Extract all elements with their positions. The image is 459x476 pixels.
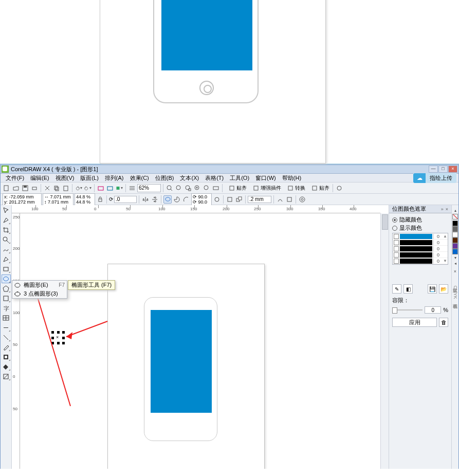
menu-text[interactable]: 文本(X) bbox=[177, 174, 202, 182]
welcome-icon[interactable] bbox=[128, 184, 136, 192]
open-icon[interactable] bbox=[12, 184, 20, 192]
import-icon[interactable] bbox=[97, 184, 105, 192]
open-mask-icon[interactable]: 📂 bbox=[439, 284, 448, 294]
cloud-upload-widget[interactable]: ☁ 指绘上传 bbox=[413, 173, 456, 183]
crop-tool[interactable] bbox=[2, 226, 11, 234]
ellipse-mode[interactable] bbox=[163, 195, 172, 204]
print-icon[interactable] bbox=[30, 184, 39, 192]
outline-width[interactable] bbox=[248, 196, 271, 203]
delete-mask-icon[interactable]: 🗑 bbox=[439, 318, 448, 327]
arc-angles[interactable]: ⟳ 90.0 ⟳ 90.0 bbox=[191, 193, 212, 206]
docker-collapse-icon[interactable]: » bbox=[441, 207, 444, 212]
target-icon[interactable] bbox=[298, 195, 306, 204]
zoom-page-icon[interactable] bbox=[203, 184, 211, 192]
palette-expand[interactable]: ◂ bbox=[454, 261, 456, 266]
vertical-scrollbar[interactable] bbox=[380, 213, 389, 469]
menu-window[interactable]: 窗口(W) bbox=[252, 174, 279, 182]
color-swatch[interactable] bbox=[452, 232, 458, 237]
menu-view[interactable]: 视图(V) bbox=[52, 174, 78, 182]
arc-mode[interactable] bbox=[182, 195, 190, 204]
show-color-radio[interactable]: 显示颜色 bbox=[392, 224, 448, 232]
basic-shapes-tool[interactable] bbox=[2, 294, 11, 303]
snap-group[interactable]: 贴齐 bbox=[228, 184, 248, 192]
menu-file[interactable]: 文件(F) bbox=[3, 174, 27, 182]
mirror-h-icon[interactable] bbox=[141, 195, 150, 204]
lock-ratio-icon[interactable] bbox=[96, 195, 104, 204]
zoom-width-icon[interactable] bbox=[212, 184, 220, 192]
hide-color-radio[interactable]: 隐藏颜色 bbox=[392, 216, 448, 224]
menu-edit[interactable]: 编辑(E) bbox=[27, 174, 52, 182]
save-mask-icon[interactable]: 💾 bbox=[428, 284, 437, 294]
tolerance-slider[interactable] bbox=[392, 307, 423, 313]
docker-tab[interactable]: 位图颜色遮罩 » × bbox=[389, 205, 451, 213]
paste-icon[interactable] bbox=[62, 184, 70, 192]
eyedropper-tool[interactable] bbox=[2, 343, 11, 352]
palette-scroll-up[interactable]: ▴ bbox=[454, 208, 456, 213]
outline-tool[interactable] bbox=[2, 353, 11, 361]
plugin-group[interactable]: 增强插件 bbox=[252, 184, 282, 192]
menu-layout[interactable]: 版面(L) bbox=[77, 174, 101, 182]
pick-tool[interactable] bbox=[2, 206, 11, 215]
no-fill-swatch[interactable] bbox=[452, 214, 458, 219]
object-scale[interactable]: 44.8 % 44.8 % bbox=[75, 193, 95, 206]
pie-mode[interactable] bbox=[173, 195, 181, 204]
fill-tool[interactable] bbox=[2, 362, 11, 371]
menu-tools[interactable]: 工具(O) bbox=[227, 174, 252, 182]
menu-arrange[interactable]: 排列(A) bbox=[102, 174, 127, 182]
options-icon[interactable] bbox=[335, 184, 343, 192]
menu-effects[interactable]: 效果(C) bbox=[127, 174, 152, 182]
cut-icon[interactable] bbox=[43, 184, 51, 192]
align-group[interactable]: 贴齐 bbox=[310, 184, 331, 192]
interactive-tool[interactable] bbox=[2, 333, 11, 342]
flyout-item-ellipse[interactable]: 椭圆形(E) F7 bbox=[12, 281, 67, 289]
new-icon[interactable] bbox=[3, 184, 11, 192]
apply-button[interactable]: 应用 bbox=[392, 318, 437, 327]
color-swatch[interactable] bbox=[452, 226, 458, 232]
copy-icon[interactable] bbox=[52, 184, 61, 192]
tolerance-value[interactable] bbox=[425, 306, 441, 314]
mirror-v-icon[interactable] bbox=[151, 195, 159, 204]
break-apart-icon[interactable] bbox=[285, 195, 293, 204]
rotation-value[interactable] bbox=[114, 196, 137, 203]
palette-scroll-down[interactable]: ▾ bbox=[454, 255, 456, 260]
object-size[interactable]: ↔ 7.071 mm ↕ 7.071 mm bbox=[43, 193, 74, 206]
color-swatch[interactable] bbox=[452, 249, 458, 254]
menu-bitmap[interactable]: 位图(B) bbox=[152, 174, 177, 182]
undo-button[interactable] bbox=[75, 184, 83, 192]
freehand-tool[interactable] bbox=[2, 245, 11, 254]
palette-close[interactable]: × bbox=[454, 269, 456, 274]
convert-group[interactable]: 转换 bbox=[286, 184, 306, 192]
color-mask-list[interactable]: 0▲ 0 0 0 0▼ bbox=[392, 233, 448, 265]
object-position[interactable]: x: -72.059 mm y: 201.272 mm bbox=[3, 193, 42, 206]
canvas[interactable] bbox=[20, 213, 380, 469]
zoom-all-icon[interactable] bbox=[193, 184, 201, 192]
zoom-out-icon[interactable] bbox=[175, 184, 183, 192]
dimension-tool[interactable] bbox=[2, 323, 11, 332]
convert-curves-icon[interactable] bbox=[276, 195, 284, 204]
smart-fill-tool[interactable] bbox=[2, 255, 11, 264]
color-swatch[interactable] bbox=[452, 243, 458, 249]
zoom-selection-icon[interactable] bbox=[184, 184, 192, 192]
text-tool[interactable]: 字 bbox=[2, 304, 11, 313]
interactive-fill-tool[interactable] bbox=[2, 372, 11, 381]
rectangle-tool[interactable] bbox=[2, 265, 11, 273]
polygon-tool[interactable] bbox=[2, 284, 11, 293]
menu-help[interactable]: 帮助(H) bbox=[279, 174, 304, 182]
ellipse-tool[interactable] bbox=[2, 274, 11, 283]
flyout-item-3pt-ellipse[interactable]: 3 点椭圆形(3) bbox=[12, 289, 67, 298]
color-swatch[interactable] bbox=[452, 237, 458, 243]
export-icon[interactable] bbox=[106, 184, 114, 192]
shape-tool[interactable] bbox=[2, 216, 11, 225]
redo-button[interactable] bbox=[84, 184, 92, 192]
table-tool[interactable] bbox=[2, 314, 11, 322]
publish-icon[interactable] bbox=[115, 184, 123, 192]
eyedropper-mask-icon[interactable]: ✎ bbox=[392, 284, 401, 294]
menu-table[interactable]: 表格(T) bbox=[202, 174, 227, 182]
wrap-text-icon[interactable] bbox=[226, 195, 234, 204]
docker-close-icon[interactable]: × bbox=[446, 207, 448, 212]
minimize-button[interactable]: — bbox=[429, 166, 438, 173]
zoom-level[interactable] bbox=[137, 184, 161, 192]
zoom-in-icon[interactable] bbox=[166, 184, 174, 192]
edit-color-icon[interactable]: ◧ bbox=[403, 284, 413, 294]
to-front-icon[interactable] bbox=[235, 195, 243, 204]
